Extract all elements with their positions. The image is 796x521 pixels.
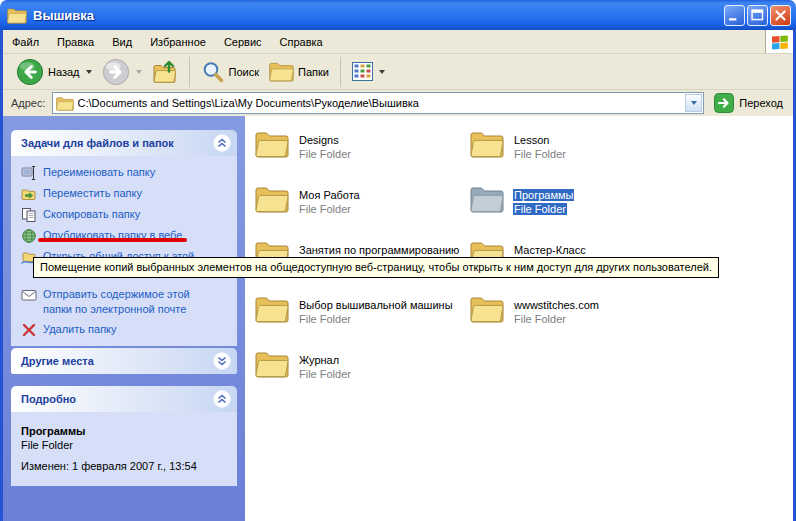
- menu-item[interactable]: Сервис: [215, 30, 271, 53]
- task-item[interactable]: Удалить папку: [21, 322, 231, 338]
- file-list: Designs File Folder Lesson File Folder: [245, 116, 793, 521]
- file-tile[interactable]: Журнал File Folder: [255, 350, 470, 405]
- sidebar: Задачи для файлов и папок Переименовать …: [3, 116, 245, 521]
- content: Задачи для файлов и папок Переименовать …: [3, 116, 793, 521]
- chevron-down-icon: [216, 355, 228, 367]
- file-tile[interactable]: Designs File Folder: [255, 130, 470, 185]
- delete-icon: [21, 322, 37, 338]
- move-icon: [21, 186, 37, 202]
- address-folder-icon: [56, 96, 74, 111]
- task-item[interactable]: Переместить папку: [21, 186, 231, 202]
- copy-icon: [21, 207, 37, 223]
- address-label: Адрес:: [11, 97, 46, 109]
- address-dropdown-button[interactable]: [685, 94, 702, 112]
- folder-icon: [255, 185, 289, 213]
- back-dropdown-icon[interactable]: [86, 70, 92, 74]
- window-title: Вышивка: [33, 8, 724, 23]
- address-input[interactable]: C:\Documents and Settings\Liza\My Docume…: [52, 92, 705, 114]
- file-name: Мастер-Класс: [513, 244, 587, 256]
- file-type: File Folder: [513, 148, 567, 160]
- details-header[interactable]: Подробно: [11, 386, 237, 412]
- task-item[interactable]: Переименовать папку: [21, 165, 231, 181]
- toolbar-separator: [189, 57, 190, 87]
- folder-icon: [470, 130, 504, 158]
- file-tile[interactable]: Lesson File Folder: [470, 130, 685, 185]
- details-file-type: File Folder: [21, 438, 227, 452]
- views-icon: [352, 62, 373, 81]
- close-button[interactable]: [770, 5, 791, 26]
- expand-button[interactable]: [213, 352, 231, 370]
- folder-icon: [255, 350, 289, 378]
- file-type: File Folder: [513, 313, 567, 325]
- tooltip: Помещение копий выбранных элементов на о…: [33, 257, 719, 278]
- forward-dropdown-icon[interactable]: [136, 70, 142, 74]
- folder-icon: [470, 185, 504, 213]
- file-tile[interactable]: Программы File Folder: [470, 185, 685, 240]
- menu-item[interactable]: Избранное: [141, 30, 215, 53]
- file-name: Lesson: [513, 134, 550, 146]
- titlebar: Вышивка: [0, 0, 796, 30]
- email-icon: [21, 287, 37, 303]
- file-name: Designs: [298, 134, 340, 146]
- forward-button[interactable]: [97, 56, 147, 88]
- folder-icon: [255, 130, 289, 158]
- folders-icon: [269, 61, 294, 82]
- file-type: File Folder: [513, 203, 567, 215]
- menubar: Файл Правка Вид Избранное Сервис Справка: [3, 30, 793, 54]
- chevron-up-icon: [216, 137, 228, 149]
- collapse-button[interactable]: [213, 134, 231, 152]
- toolbar: Назад Поиск: [3, 54, 793, 90]
- file-name: Программы: [513, 189, 574, 201]
- task-item[interactable]: Скопировать папку: [21, 207, 231, 223]
- folder-icon: [255, 295, 289, 323]
- views-button[interactable]: [347, 60, 390, 83]
- publish-icon: [21, 228, 37, 244]
- file-tile[interactable]: Выбор вышивальной машины File Folder: [255, 295, 470, 350]
- minimize-icon: [725, 5, 744, 26]
- file-name: Выбор вышивальной машины: [298, 299, 454, 311]
- minimize-button[interactable]: [724, 5, 745, 26]
- go-icon: [714, 93, 734, 113]
- views-dropdown-icon[interactable]: [379, 70, 385, 74]
- addressbar: Адрес: C:\Documents and Settings\Liza\My…: [3, 90, 793, 116]
- menu-item[interactable]: Справка: [271, 30, 332, 53]
- file-type: File Folder: [298, 203, 352, 215]
- close-icon: [771, 5, 790, 26]
- file-type: File Folder: [298, 148, 352, 160]
- menu-item[interactable]: Правка: [48, 30, 103, 53]
- up-button[interactable]: [147, 57, 183, 87]
- folder-up-icon: [152, 59, 178, 85]
- file-name: Моя Работа: [298, 189, 361, 201]
- annotation-red-underline: [38, 238, 187, 242]
- address-path: C:\Documents and Settings\Liza\My Docume…: [78, 97, 682, 109]
- back-button[interactable]: Назад: [11, 56, 97, 88]
- toolbar-separator: [340, 57, 341, 87]
- forward-icon: [102, 58, 130, 86]
- search-icon: [201, 60, 225, 84]
- details-file-name: Программы: [21, 424, 227, 438]
- details-body: Программы File Folder Изменен: 1 февраля…: [11, 412, 237, 486]
- menu-item[interactable]: Вид: [103, 30, 141, 53]
- chevron-up-icon: [216, 393, 228, 405]
- back-icon: [16, 58, 44, 86]
- folder-icon: [470, 295, 504, 323]
- file-name: wwwstitches.com: [513, 299, 600, 311]
- search-button[interactable]: Поиск: [196, 58, 264, 86]
- windows-logo-icon: [765, 30, 793, 53]
- other-places-header[interactable]: Другие места: [11, 348, 237, 374]
- collapse-button[interactable]: [213, 390, 231, 408]
- other-places-panel: Другие места: [11, 348, 237, 374]
- maximize-button[interactable]: [747, 5, 768, 26]
- tasks-panel-header[interactable]: Задачи для файлов и папок: [11, 130, 237, 156]
- details-panel: Подробно Программы File Folder Изменен: …: [11, 386, 237, 486]
- chevron-down-icon: [691, 101, 697, 105]
- file-name: Журнал: [298, 354, 340, 366]
- go-button[interactable]: Переход: [710, 93, 789, 113]
- rename-icon: [21, 165, 37, 181]
- file-tile[interactable]: Моя Работа File Folder: [255, 185, 470, 240]
- menu-item[interactable]: Файл: [3, 30, 48, 53]
- task-item[interactable]: Отправить содержимое этой папки по элект…: [21, 287, 231, 317]
- maximize-icon: [748, 5, 767, 26]
- file-tile[interactable]: wwwstitches.com File Folder: [470, 295, 685, 350]
- folders-button[interactable]: Папки: [264, 59, 334, 84]
